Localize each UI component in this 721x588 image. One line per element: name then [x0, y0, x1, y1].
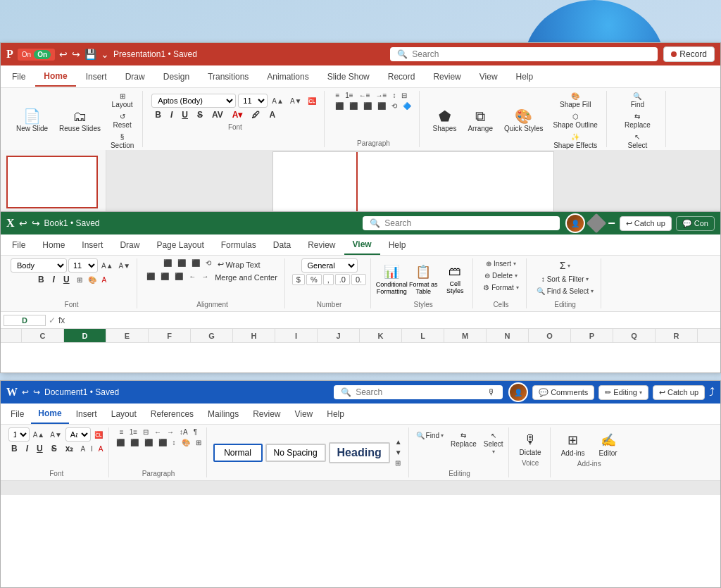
- align-left-btn[interactable]: ⬛: [333, 101, 346, 111]
- word-search-input[interactable]: [356, 387, 483, 397]
- excel-fill-btn[interactable]: 🎨: [86, 275, 99, 284]
- dictate-btn[interactable]: 🎙 Dictate: [514, 430, 547, 458]
- ppt-more-btn[interactable]: ⌄: [101, 49, 109, 60]
- excel-font-name[interactable]: Body: [11, 258, 67, 273]
- format-as-table-btn[interactable]: 📋 Format asTable: [408, 265, 438, 294]
- excel-tab-home[interactable]: Home: [34, 236, 73, 254]
- excel-tab-review[interactable]: Review: [299, 236, 344, 254]
- word-sort-btn[interactable]: ↕A: [177, 427, 190, 437]
- ppt-tab-insert[interactable]: Insert: [77, 68, 115, 86]
- font-color-btn[interactable]: A▾: [229, 109, 246, 120]
- word-highlight-btn[interactable]: I: [89, 444, 95, 453]
- excel-tab-help[interactable]: Help: [380, 236, 415, 254]
- style-normal[interactable]: Normal: [213, 444, 263, 462]
- bullets-btn[interactable]: ≡: [333, 91, 341, 100]
- excel-merge-btn[interactable]: Merge and Center: [212, 272, 280, 283]
- col-header-n[interactable]: N: [487, 329, 529, 342]
- ppt-select-btn[interactable]: ↖ Select: [625, 132, 651, 151]
- slide-thumbnail[interactable]: [6, 156, 98, 208]
- excel-dollar-btn[interactable]: $: [292, 274, 305, 285]
- font-name-select[interactable]: Aptos (Body): [151, 94, 236, 108]
- excel-tab-insert[interactable]: Insert: [73, 236, 111, 254]
- styles-scroll-up-btn[interactable]: ▲: [393, 437, 404, 446]
- ppt-tab-file[interactable]: File: [4, 68, 34, 86]
- col-header-f[interactable]: F: [149, 329, 191, 342]
- ppt-record-btn[interactable]: Record: [663, 46, 715, 62]
- ppt-search-bar[interactable]: 🔍: [390, 47, 658, 61]
- font-grow-btn[interactable]: A▲: [270, 96, 286, 106]
- align-right-btn[interactable]: ⬛: [361, 101, 374, 111]
- word-tab-references[interactable]: References: [144, 405, 201, 423]
- excel-border-btn[interactable]: ⊞: [75, 275, 84, 284]
- ppt-tab-draw[interactable]: Draw: [117, 68, 153, 86]
- text-direction-btn[interactable]: ⟲: [389, 101, 399, 111]
- excel-format-btn[interactable]: ⚙ Format ▾: [480, 282, 522, 293]
- new-slide-btn[interactable]: 📄 New Slide: [12, 106, 52, 135]
- excel-bold-btn[interactable]: B: [35, 274, 48, 285]
- col-header-r[interactable]: R: [656, 329, 698, 342]
- excel-number-format[interactable]: General: [301, 258, 358, 273]
- excel-minimize-btn[interactable]: −: [608, 216, 615, 231]
- add-ins-btn[interactable]: ⊞ Add-ins: [556, 430, 591, 459]
- word-align-left-btn[interactable]: ⬛: [114, 438, 127, 447]
- word-align-center-btn[interactable]: ⬛: [128, 438, 141, 447]
- excel-center-btn[interactable]: ⬛: [158, 272, 171, 283]
- excel-user-avatar[interactable]: 👤: [565, 213, 585, 233]
- word-align-right-btn[interactable]: ⬛: [142, 438, 155, 447]
- excel-right-btn[interactable]: ⬛: [173, 272, 185, 283]
- excel-findselect-btn[interactable]: 🔍 Find & Select ▾: [534, 286, 596, 296]
- ppt-undo-btn[interactable]: ↩: [59, 49, 68, 60]
- clear-format-btn[interactable]: 🆑: [306, 96, 318, 106]
- word-undo-btn[interactable]: ↩: [22, 387, 29, 397]
- columns-btn[interactable]: ⊟: [399, 91, 409, 100]
- excel-tab-view[interactable]: View: [344, 235, 380, 255]
- font-size-select[interactable]: 11: [238, 94, 268, 108]
- word-comments-btn[interactable]: 💬 Comments: [532, 385, 594, 400]
- increase-indent-btn[interactable]: →≡: [374, 91, 389, 100]
- word-italic-btn[interactable]: I: [23, 443, 32, 454]
- col-header-o[interactable]: O: [529, 329, 571, 342]
- excel-search-input[interactable]: [384, 218, 553, 228]
- style-no-spacing[interactable]: No Spacing: [265, 444, 326, 462]
- ppt-tab-record[interactable]: Record: [380, 68, 424, 86]
- excel-bottom-align-btn[interactable]: ⬛: [189, 258, 202, 270]
- quick-styles-btn[interactable]: 🎨 Quick Styles: [500, 106, 548, 135]
- numbering-btn[interactable]: 1≡: [343, 91, 355, 100]
- style-heading[interactable]: Heading: [329, 442, 390, 463]
- line-spacing-btn[interactable]: ↕: [390, 91, 398, 100]
- word-subscript-btn[interactable]: x₂: [62, 443, 77, 454]
- col-header-i[interactable]: I: [275, 329, 318, 342]
- excel-wrap-btn[interactable]: ↩ Wrap Text: [215, 258, 263, 270]
- excel-underline-btn[interactable]: U: [60, 274, 73, 285]
- excel-insert-btn[interactable]: ⊕ Insert ▾: [483, 258, 519, 269]
- conditional-formatting-btn[interactable]: 📊 ConditionalFormatting: [377, 265, 406, 294]
- excel-con-btn[interactable]: 💬 Con: [676, 216, 715, 231]
- section-btn[interactable]: § Section: [108, 132, 137, 151]
- word-bullets-btn[interactable]: ≡: [118, 427, 126, 437]
- text-color-btn[interactable]: A: [265, 109, 279, 120]
- col-header-j[interactable]: J: [318, 329, 360, 342]
- word-font-size[interactable]: 1: [8, 427, 30, 442]
- font-shrink-btn[interactable]: A▼: [288, 96, 304, 106]
- word-shading-btn[interactable]: 🎨: [180, 438, 192, 447]
- word-select-btn[interactable]: ↖ Select ▾: [482, 430, 506, 469]
- word-tab-mailings[interactable]: Mailings: [201, 405, 246, 423]
- excel-italic-btn[interactable]: I: [49, 274, 58, 285]
- ppt-tab-review[interactable]: Review: [425, 68, 469, 86]
- excel-orient-btn[interactable]: ⟲: [203, 258, 213, 270]
- col-header-h[interactable]: H: [233, 329, 275, 342]
- ppt-tab-home[interactable]: Home: [35, 67, 75, 87]
- word-mic-icon[interactable]: 🎙: [487, 387, 496, 397]
- col-header-k[interactable]: K: [360, 329, 402, 342]
- excel-undo-btn[interactable]: ↩: [19, 218, 27, 229]
- word-tab-review[interactable]: Review: [246, 405, 287, 423]
- excel-top-align-btn[interactable]: ⬛: [161, 258, 174, 270]
- toggle-on[interactable]: On: [34, 50, 51, 59]
- excel-comma-btn[interactable]: ,: [323, 274, 334, 285]
- word-tab-layout[interactable]: Layout: [104, 405, 144, 423]
- align-center-btn[interactable]: ⬛: [347, 101, 360, 111]
- col-header-d[interactable]: D: [64, 329, 106, 342]
- styles-more-btn[interactable]: ⊞: [393, 458, 404, 468]
- word-find-btn[interactable]: 🔍 Find ▾: [414, 430, 446, 469]
- justify-btn[interactable]: ⬛: [375, 101, 388, 111]
